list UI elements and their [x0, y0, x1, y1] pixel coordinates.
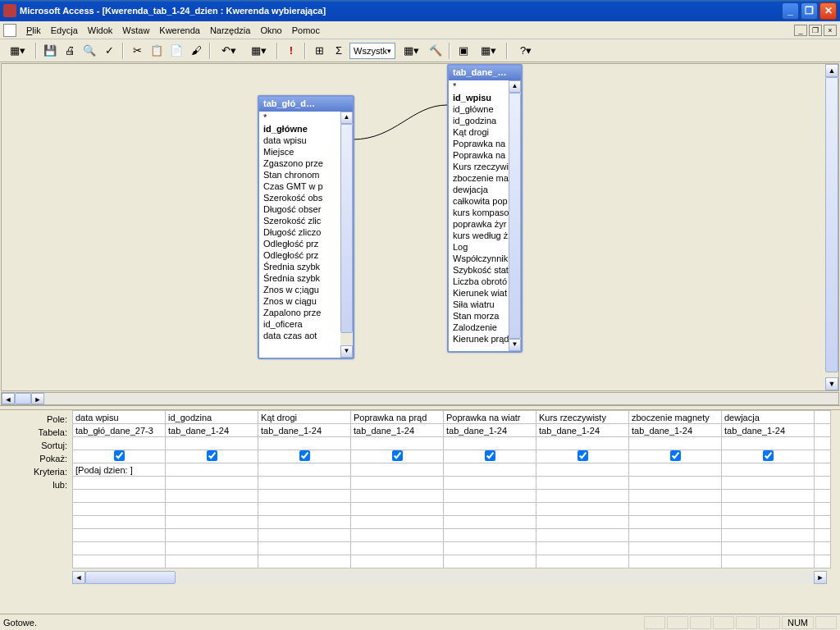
grid-cell[interactable] [258, 490, 351, 503]
grid-cell[interactable]: id_godzina [166, 411, 258, 424]
grid-cell[interactable] [166, 529, 258, 542]
grid-cell[interactable] [258, 450, 351, 463]
grid-hscroll[interactable]: ◄► [72, 571, 827, 584]
menu-okno[interactable]: Okno [255, 24, 286, 37]
grid-cell[interactable] [444, 516, 536, 529]
grid-cell[interactable] [815, 424, 831, 437]
copy-button[interactable]: 📋 [148, 42, 166, 60]
grid-cell[interactable]: [Podaj dzien: ] [73, 463, 166, 477]
preview-button[interactable]: 🔍 [80, 42, 98, 60]
grid-cell[interactable] [351, 450, 444, 463]
grid-cell[interactable] [444, 529, 536, 542]
grid-cell[interactable] [73, 529, 166, 542]
grid-cell[interactable] [73, 490, 166, 503]
grid-cell[interactable] [722, 437, 815, 450]
mdi-minimize[interactable]: _ [794, 25, 807, 36]
close-button[interactable]: ✕ [819, 2, 837, 20]
table-field[interactable]: id_oficera [259, 318, 353, 330]
grid-cell[interactable] [815, 542, 831, 555]
grid-cell[interactable] [73, 450, 166, 463]
grid-cell[interactable] [444, 503, 536, 516]
grid-cell[interactable] [629, 437, 722, 450]
show-checkbox[interactable] [578, 450, 588, 461]
menu-narzedzia[interactable]: Narzędzia [205, 24, 256, 37]
grid-cell[interactable]: zboczenie magnety [629, 411, 722, 424]
grid-cell[interactable] [722, 490, 815, 503]
cut-button[interactable]: ✂ [128, 42, 146, 60]
grid-cell[interactable] [629, 529, 722, 542]
grid-cell[interactable] [629, 477, 722, 490]
menu-plik[interactable]: Plik [21, 24, 46, 37]
grid-cell[interactable]: data wpisu [73, 411, 166, 424]
view-button[interactable]: ▦▾ [3, 42, 31, 60]
designer-vscroll[interactable]: ▲▼ [825, 64, 838, 390]
grid-cell[interactable] [722, 529, 815, 542]
table-field[interactable]: Odległość prz [259, 249, 353, 261]
table-title[interactable]: tab_dane_… [449, 66, 521, 80]
grid-cell[interactable] [629, 555, 722, 568]
grid-cell[interactable] [73, 477, 166, 490]
grid-cell[interactable]: Kurs rzeczywisty [536, 411, 629, 424]
grid-cell[interactable] [536, 490, 629, 503]
grid-cell[interactable]: Poprawka na prąd [351, 411, 444, 424]
mdi-restore[interactable]: ❐ [809, 25, 822, 36]
grid-cell[interactable] [351, 437, 444, 450]
grid-cell[interactable]: tab_dane_1-24 [351, 424, 444, 437]
table-field[interactable]: Szerokość obs [259, 192, 353, 203]
grid-cell[interactable] [444, 463, 536, 477]
grid-cell[interactable] [815, 477, 831, 490]
grid-cell[interactable]: Kąt drogi [258, 411, 351, 424]
table-field[interactable]: id_główne [259, 123, 353, 135]
grid-cell[interactable]: Poprawka na wiatr [444, 411, 536, 424]
grid-cell[interactable] [629, 503, 722, 516]
grid-cell[interactable] [444, 542, 536, 555]
grid-cell[interactable]: tab_dane_1-24 [258, 424, 351, 437]
grid-cell[interactable] [815, 411, 831, 424]
dbwin-button[interactable]: ▣ [454, 42, 472, 60]
grid-cell[interactable] [815, 503, 831, 516]
print-button[interactable]: 🖨 [61, 42, 79, 60]
table-field[interactable]: Średnia szybk [259, 261, 353, 272]
grid-cell[interactable]: tab_dane_1-24 [444, 424, 536, 437]
grid-cell[interactable] [258, 477, 351, 490]
grid-cell[interactable] [73, 437, 166, 450]
menu-wstaw[interactable]: Wstaw [117, 24, 154, 37]
grid-cell[interactable] [722, 503, 815, 516]
query-designer[interactable]: tab_głó_d… *id_głównedata wpisuMiejsceZg… [1, 63, 839, 391]
grid-cell[interactable] [722, 463, 815, 477]
table-field[interactable]: Zapalono prze [259, 307, 353, 318]
grid-cell[interactable] [815, 450, 831, 463]
build-button[interactable]: 🔨 [427, 42, 445, 60]
grid-cell[interactable] [351, 529, 444, 542]
grid-cell[interactable] [536, 463, 629, 477]
grid-cell[interactable]: tab_dane_1-24 [722, 424, 815, 437]
mdi-close[interactable]: × [824, 25, 837, 36]
grid-cell[interactable] [722, 542, 815, 555]
grid-cell[interactable] [351, 503, 444, 516]
grid-cell[interactable] [444, 555, 536, 568]
table-field[interactable]: Znos w c;iągu [259, 284, 353, 295]
save-button[interactable]: 💾 [41, 42, 59, 60]
show-checkbox[interactable] [299, 450, 310, 461]
menu-edycja[interactable]: Edycja [46, 24, 83, 37]
grid-cell[interactable] [258, 516, 351, 529]
properties-button[interactable]: ▦▾ [397, 42, 425, 60]
grid-cell[interactable] [536, 437, 629, 450]
grid-cell[interactable]: tab_dane_1-24 [166, 424, 258, 437]
table1-scrollbar[interactable]: ▲▼ [340, 112, 353, 358]
grid-cell[interactable] [351, 477, 444, 490]
run-button[interactable]: ! [282, 42, 300, 60]
grid-cell[interactable] [536, 555, 629, 568]
querytype-button[interactable]: ▦▾ [244, 42, 272, 60]
help-button[interactable]: ?▾ [512, 42, 540, 60]
format-button[interactable]: 🖌 [187, 42, 205, 60]
grid-cell[interactable] [166, 437, 258, 450]
grid-cell[interactable] [536, 516, 629, 529]
show-checkbox[interactable] [392, 450, 403, 461]
table-field[interactable]: Długość zliczo [259, 226, 353, 238]
grid-cell[interactable] [166, 490, 258, 503]
grid-cell[interactable] [815, 516, 831, 529]
grid-cell[interactable] [536, 542, 629, 555]
table-title[interactable]: tab_głó_d… [259, 97, 353, 112]
grid-cell[interactable]: tab_dane_1-24 [536, 424, 629, 437]
